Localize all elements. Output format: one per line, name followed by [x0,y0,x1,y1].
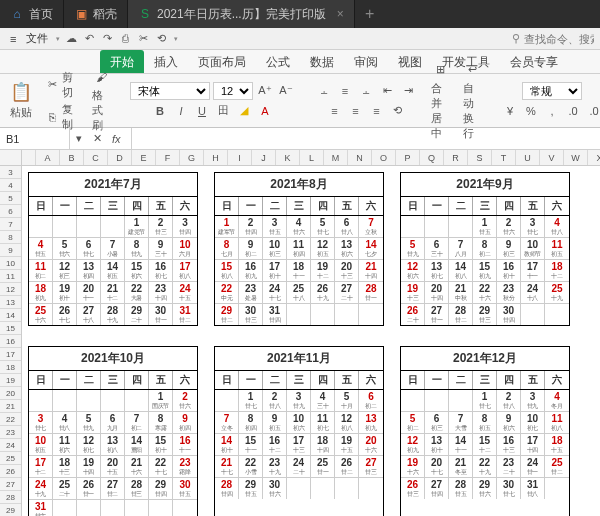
calendar-day[interactable]: 14初十 [215,434,239,455]
calendar-day[interactable]: 16初九 [239,260,263,281]
col-header[interactable]: Q [420,150,444,165]
wrap-icon[interactable]: ↩ [463,61,481,79]
calendar-day[interactable]: 13初六 [335,238,359,259]
format-select[interactable]: 常规 [522,82,582,100]
calendar-day[interactable]: 1廿五 [473,216,497,237]
calendar-day[interactable]: 12初五 [311,238,335,259]
calendar-day[interactable]: 25二十 [53,478,77,499]
align-center-icon[interactable]: ≡ [347,102,365,120]
row-header[interactable]: 19 [0,374,21,387]
calendar-day[interactable]: 29二十 [125,304,149,325]
menu-icon[interactable]: ↶ [80,32,98,45]
calendar-day[interactable]: 26十九 [311,282,335,303]
row-header[interactable]: 21 [0,400,21,413]
calendar-day[interactable]: 21十七 [215,456,239,477]
calendar-day[interactable]: 1建军节 [215,216,239,237]
ribbon-tab[interactable]: 视图 [388,50,432,73]
calendar-day[interactable]: 19十二 [311,260,335,281]
font-shrink-icon[interactable]: A⁻ [277,82,295,100]
calendar-day[interactable]: 31廿四 [263,304,287,325]
ribbon-tab[interactable]: 公式 [256,50,300,73]
calendar-day[interactable]: 4廿五 [29,238,53,259]
calendar-day[interactable]: 15十一 [239,434,263,455]
col-header[interactable]: D [108,150,132,165]
row-header[interactable]: 16 [0,335,21,348]
calendar-day[interactable]: 27廿三 [359,456,383,477]
calendar-day[interactable]: 30廿一 [149,304,173,325]
calendar-day[interactable]: 5初二 [401,412,425,433]
calendar-day[interactable]: 20十三 [335,260,359,281]
row-header[interactable]: 7 [0,218,21,231]
calendar-day[interactable]: 8初四 [239,412,263,433]
brush-icon[interactable]: 🖌 [92,68,110,86]
col-header[interactable]: C [84,150,108,165]
row-header[interactable]: 20 [0,387,21,400]
calendar-day[interactable]: 30廿四 [497,304,521,325]
calendar-day[interactable]: 10初三 [263,238,287,259]
border-icon[interactable]: 田 [214,102,232,120]
menu-icon[interactable]: ☁ [62,32,80,45]
calendar-day[interactable]: 22小雪 [239,456,263,477]
calendar-day[interactable]: 6初二 [359,390,383,411]
calendar-day[interactable]: 28廿三 [125,478,149,499]
col-header[interactable]: P [396,150,420,165]
calendar-day[interactable]: 5廿六 [53,238,77,259]
fill-icon[interactable]: ◢ [235,102,253,120]
calendar-day[interactable]: 17十三 [287,434,311,455]
calendar-day[interactable]: 15十二 [473,434,497,455]
calendar-day[interactable]: 10教师节 [521,238,545,259]
calendar-day[interactable]: 22十九 [473,456,497,477]
calendar-day[interactable]: 19十三 [401,282,425,303]
calendar-day[interactable]: 19初十 [53,282,77,303]
calendar-day[interactable]: 29廿六 [473,478,497,499]
calendar-day[interactable]: 30廿五 [173,478,197,499]
ribbon-tab[interactable]: 数据 [300,50,344,73]
calendar-day[interactable]: 6三十 [425,238,449,259]
row-header[interactable]: 29 [0,504,21,516]
align-mid-icon[interactable]: ≡ [336,82,354,100]
calendar-day[interactable]: 16初十 [497,260,521,281]
row-header[interactable]: 9 [0,244,21,257]
col-header[interactable]: L [300,150,324,165]
calendar-day[interactable]: 5廿九 [401,238,425,259]
title-tab[interactable]: ⌂首页 [0,0,64,28]
calendar-day[interactable]: 2廿八 [263,390,287,411]
calendar-day[interactable]: 7立秋 [359,216,383,237]
row-header[interactable]: 13 [0,296,21,309]
row-header[interactable]: 6 [0,205,21,218]
search-box[interactable]: ⚲ [512,32,594,45]
font-grow-icon[interactable]: A⁺ [256,82,274,100]
calendar-day[interactable]: 27二十 [335,282,359,303]
calendar-day[interactable]: 2廿八 [497,390,521,411]
calendar-day[interactable]: 12初三 [53,260,77,281]
menu-icon[interactable]: ⎙ [116,32,134,44]
col-header[interactable]: S [468,150,492,165]
col-header[interactable]: A [36,150,60,165]
calendar-day[interactable]: 27廿二 [101,478,125,499]
calendar-day[interactable]: 16十二 [263,434,287,455]
calendar-day[interactable]: 21十四 [359,260,383,281]
row-header[interactable]: 15 [0,322,21,335]
calendar-day[interactable]: 22十七 [149,456,173,477]
title-tab[interactable]: S2021年日历表...历】完美打印版× [128,0,355,28]
calendar-day[interactable]: 9初二 [239,238,263,259]
calendar-day[interactable]: 16十三 [497,434,521,455]
calendar-day[interactable]: 27廿一 [425,304,449,325]
font-select[interactable]: 宋体 [130,82,210,100]
calendar-day[interactable]: 6初三 [425,412,449,433]
calendar-day[interactable]: 20十七 [425,456,449,477]
calendar-day[interactable]: 2廿六 [497,216,521,237]
calendar-day[interactable]: 14七夕 [359,238,383,259]
calendar-day[interactable]: 20十六 [359,434,383,455]
calendar-day[interactable]: 3廿四 [173,216,197,237]
calendar-day[interactable]: 7大雪 [449,412,473,433]
calendar-day[interactable]: 25十六 [29,304,53,325]
calendar-day[interactable]: 24二十 [287,456,311,477]
row-header[interactable]: 25 [0,452,21,465]
calendar-day[interactable]: 14重阳 [125,434,149,455]
calendar-day[interactable]: 4廿八 [545,216,569,237]
search-input[interactable] [524,33,594,45]
menu-icon[interactable]: ⟲ [152,32,170,45]
col-header[interactable]: B [60,150,84,165]
calendar-day[interactable]: 24十五 [173,282,197,303]
